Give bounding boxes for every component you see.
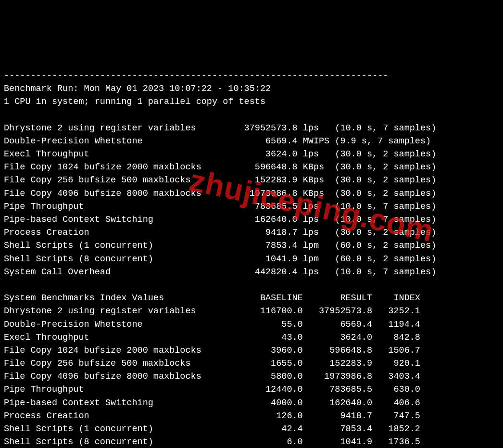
- terminal-output: ----------------------------------------…: [4, 69, 499, 448]
